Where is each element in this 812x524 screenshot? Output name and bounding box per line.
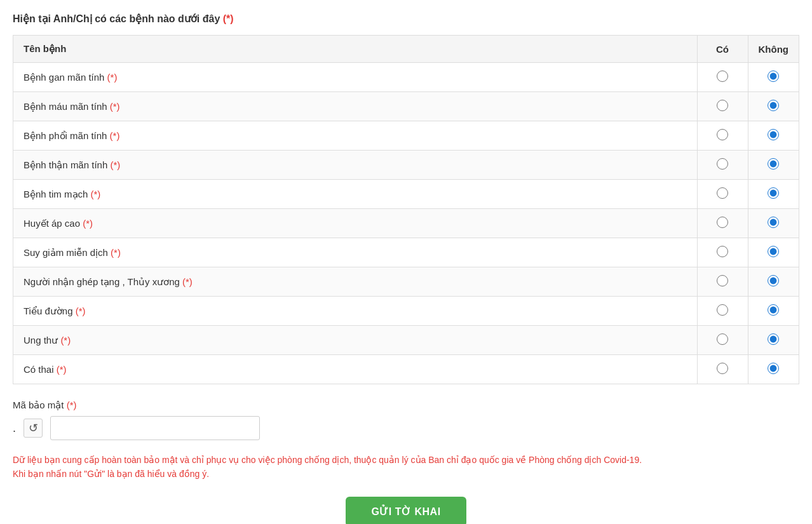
table-row: Có thai (*) <box>13 355 799 384</box>
radio-khong[interactable] <box>748 151 799 180</box>
table-row: Tiểu đường (*) <box>13 297 799 326</box>
radio-khong-input[interactable] <box>768 100 779 111</box>
radio-co[interactable] <box>697 151 748 180</box>
table-row: Bệnh máu mãn tính (*) <box>13 92 799 121</box>
radio-khong[interactable] <box>748 238 799 267</box>
captcha-refresh-button[interactable]: ↺ <box>24 419 43 438</box>
captcha-dot: . <box>13 422 16 435</box>
radio-co-input[interactable] <box>717 158 728 170</box>
captcha-label: Mã bảo mật (*) <box>13 400 799 411</box>
radio-khong[interactable] <box>748 326 799 355</box>
radio-co-input[interactable] <box>717 217 728 228</box>
radio-co-input[interactable] <box>717 304 728 316</box>
radio-co-input[interactable] <box>717 129 728 140</box>
radio-khong-input[interactable] <box>768 246 779 257</box>
radio-khong-input[interactable] <box>768 129 779 140</box>
table-row: Suy giảm miễn dịch (*) <box>13 238 799 267</box>
radio-khong-input[interactable] <box>768 333 779 345</box>
row-label: Có thai (*) <box>13 355 698 384</box>
row-label: Ung thư (*) <box>13 326 698 355</box>
radio-co-input[interactable] <box>717 275 728 286</box>
row-label: Bệnh máu mãn tính (*) <box>13 92 698 121</box>
row-label: Bệnh thận mãn tính (*) <box>13 151 698 180</box>
radio-co[interactable] <box>697 209 748 238</box>
radio-co[interactable] <box>697 92 748 121</box>
captcha-input[interactable] <box>50 416 260 440</box>
submit-button[interactable]: GỬI TỜ KHAI <box>346 497 466 524</box>
disclaimer-line1: Dữ liệu bạn cung cấp hoàn toàn bảo mật v… <box>13 453 799 467</box>
radio-khong[interactable] <box>748 355 799 384</box>
radio-co[interactable] <box>697 355 748 384</box>
row-label: Bệnh tim mạch (*) <box>13 180 698 209</box>
radio-co[interactable] <box>697 63 748 92</box>
radio-co-input[interactable] <box>717 246 728 257</box>
row-label: Huyết áp cao (*) <box>13 209 698 238</box>
radio-co[interactable] <box>697 297 748 326</box>
radio-khong-input[interactable] <box>768 304 779 316</box>
col-header-khong: Không <box>748 36 799 63</box>
radio-khong-input[interactable] <box>768 217 779 228</box>
col-header-name: Tên bệnh <box>13 36 698 63</box>
radio-co[interactable] <box>697 238 748 267</box>
radio-co-input[interactable] <box>717 187 728 199</box>
radio-khong-input[interactable] <box>768 71 779 82</box>
radio-co-input[interactable] <box>717 100 728 111</box>
table-row: Người nhận ghép tạng , Thủy xương (*) <box>13 267 799 297</box>
disclaimer: Dữ liệu bạn cung cấp hoàn toàn bảo mật v… <box>13 453 799 481</box>
radio-khong[interactable] <box>748 209 799 238</box>
radio-khong[interactable] <box>748 180 799 209</box>
disclaimer-line2: Khi bạn nhấn nút "Gửi" là bạn đã hiểu và… <box>13 467 799 481</box>
table-row: Huyết áp cao (*) <box>13 209 799 238</box>
radio-khong-input[interactable] <box>768 187 779 199</box>
captcha-row: . ↺ <box>13 416 799 440</box>
radio-co-input[interactable] <box>717 333 728 345</box>
row-label: Bệnh phổi mãn tính (*) <box>13 121 698 151</box>
radio-khong[interactable] <box>748 121 799 151</box>
table-row: Ung thư (*) <box>13 326 799 355</box>
row-label: Suy giảm miễn dịch (*) <box>13 238 698 267</box>
radio-khong[interactable] <box>748 297 799 326</box>
radio-co[interactable] <box>697 326 748 355</box>
radio-khong[interactable] <box>748 92 799 121</box>
radio-khong[interactable] <box>748 63 799 92</box>
radio-khong-input[interactable] <box>768 363 779 374</box>
radio-khong-input[interactable] <box>768 158 779 170</box>
table-row: Bệnh tim mạch (*) <box>13 180 799 209</box>
row-label: Bệnh gan mãn tính (*) <box>13 63 698 92</box>
radio-co-input[interactable] <box>717 363 728 374</box>
table-row: Bệnh phổi mãn tính (*) <box>13 121 799 151</box>
row-label: Tiểu đường (*) <box>13 297 698 326</box>
row-label: Người nhận ghép tạng , Thủy xương (*) <box>13 267 698 297</box>
radio-co[interactable] <box>697 121 748 151</box>
radio-co[interactable] <box>697 180 748 209</box>
radio-co-input[interactable] <box>717 71 728 82</box>
section-title: Hiện tại Anh/Chị có các bệnh nào dưới đâ… <box>13 13 799 25</box>
captcha-section: Mã bảo mật (*) . ↺ <box>13 400 799 440</box>
table-row: Bệnh gan mãn tính (*) <box>13 63 799 92</box>
radio-khong[interactable] <box>748 267 799 297</box>
table-row: Bệnh thận mãn tính (*) <box>13 151 799 180</box>
radio-khong-input[interactable] <box>768 275 779 286</box>
radio-co[interactable] <box>697 267 748 297</box>
disease-table: Tên bệnh Có Không Bệnh gan mãn tính (*)B… <box>13 35 799 384</box>
col-header-co: Có <box>697 36 748 63</box>
